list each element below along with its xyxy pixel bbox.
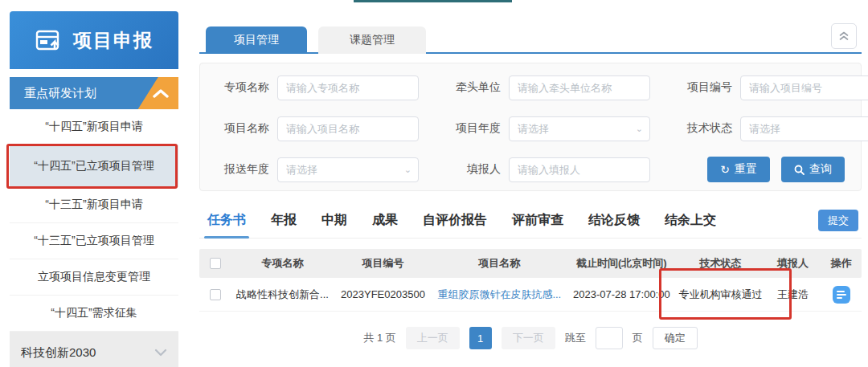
project-declare-icon xyxy=(35,27,63,53)
header-reporter: 填报人 xyxy=(764,256,821,271)
sidebar-section-key-rd-plan[interactable]: 重点研发计划 xyxy=(10,77,178,109)
subtab-mid-term[interactable]: 中期 xyxy=(321,203,347,239)
jump-to-label: 跳至 xyxy=(565,331,586,345)
query-button[interactable]: 查询 xyxy=(781,157,845,182)
field-label-project-year: 项目年度 xyxy=(440,121,501,136)
header-project-code: 项目编号 xyxy=(334,256,432,271)
chevron-down-icon xyxy=(154,349,167,357)
subtab-conclusion-feedback[interactable]: 结论反馈 xyxy=(588,203,640,239)
top-tabbar: 项目管理 课题管理 xyxy=(199,27,862,54)
sidebar-item-tech-innovation-2030[interactable]: 科技创新2030 xyxy=(10,332,178,367)
section-label: 重点研发计划 xyxy=(10,86,96,101)
submit-button[interactable]: 提交 xyxy=(818,210,858,231)
field-label-special-name: 专项名称 xyxy=(208,80,269,95)
collapse-button[interactable] xyxy=(831,23,857,49)
header-deadline: 截止时间(北京时间) xyxy=(567,256,677,271)
next-page-button[interactable]: 下一页 xyxy=(502,327,555,349)
header-project-name: 项目名称 xyxy=(432,256,567,271)
project-code-input[interactable] xyxy=(740,75,868,100)
field-label-tech-status: 技术状态 xyxy=(671,121,732,136)
tab-topic-management[interactable]: 课题管理 xyxy=(318,27,426,54)
page-unit-label: 页 xyxy=(633,331,643,345)
project-year-select[interactable] xyxy=(509,116,650,141)
main-content: 项目管理 课题管理 专项名称 牵头单位 项目编号 xyxy=(199,0,862,367)
app-title: 项目申报 xyxy=(73,28,154,53)
jump-page-input[interactable] xyxy=(596,327,623,349)
report-type-tabs: 任务书 年报 中期 成果 自评价报告 评前审查 结论反馈 结余上交 提交 xyxy=(199,203,862,239)
app-logo: 项目申报 xyxy=(10,11,178,69)
current-page-button[interactable]: 1 xyxy=(469,327,492,349)
sidebar-footer-label: 科技创新2030 xyxy=(21,345,96,361)
subtab-self-evaluation[interactable]: 自评价报告 xyxy=(423,203,487,239)
field-label-lead-unit: 牵头单位 xyxy=(440,80,501,95)
row-detail-icon[interactable] xyxy=(833,286,850,304)
field-label-report-year: 报送年度 xyxy=(208,162,269,177)
double-chevron-up-icon xyxy=(838,31,850,42)
field-label-project-name: 项目名称 xyxy=(208,121,269,136)
sidebar-item-14-5-approved-projects[interactable]: “十四五”已立项项目管理 xyxy=(10,145,178,187)
special-name-input[interactable] xyxy=(277,75,419,100)
project-name-input[interactable] xyxy=(277,116,419,141)
prev-page-button[interactable]: 上一页 xyxy=(406,327,460,349)
cell-reporter: 王建浩 xyxy=(764,287,821,302)
search-filter-card: 专项名称 牵头单位 项目编号 项目名称 项目年度 ⌄ xyxy=(199,63,862,191)
pagination: 共 1 页 上一页 1 下一页 跳至 页 确定 xyxy=(199,321,862,355)
subtab-results[interactable]: 成果 xyxy=(372,203,398,239)
projects-table: 专项名称 项目编号 项目名称 截止时间(北京时间) 技术状态 填报人 操作 战略… xyxy=(199,249,862,312)
table-row: 战略性科技创新合... 2023YFE0203500 重组胶原微针在皮肤抗感..… xyxy=(199,278,862,312)
sidebar-item-project-info-change[interactable]: 立项项目信息变更管理 xyxy=(10,259,178,296)
field-label-reporter: 填报人 xyxy=(440,162,501,177)
lead-unit-input[interactable] xyxy=(509,75,650,100)
reporter-input[interactable] xyxy=(509,157,650,182)
tab-project-management[interactable]: 项目管理 xyxy=(206,27,307,54)
search-icon xyxy=(794,165,805,175)
field-label-project-code: 项目编号 xyxy=(671,80,732,95)
header-operation: 操作 xyxy=(821,256,862,271)
subtab-pre-review[interactable]: 评前审查 xyxy=(512,203,563,239)
cell-project-name-link[interactable]: 重组胶原微针在皮肤抗感... xyxy=(432,287,567,302)
header-special-name: 专项名称 xyxy=(231,256,334,271)
confirm-jump-button[interactable]: 确定 xyxy=(653,327,698,349)
cell-project-code: 2023YFE0203500 xyxy=(334,288,432,300)
subtab-annual-report[interactable]: 年报 xyxy=(271,203,297,239)
sidebar-item-13-5-approved-projects[interactable]: “十三五”已立项项目管理 xyxy=(10,223,178,259)
sidebar-item-14-5-new-project[interactable]: “十四五”新项目申请 xyxy=(10,109,178,145)
sidebar-menu: “十四五”新项目申请 “十四五”已立项项目管理 “十三五”新项目申请 “十三五”… xyxy=(10,109,178,332)
select-all-checkbox[interactable] xyxy=(210,258,221,269)
cell-special-name: 战略性科技创新合... xyxy=(231,287,334,302)
reset-button[interactable]: ↻ 重置 xyxy=(707,157,770,182)
sidebar: 项目申报 重点研发计划 “十四五”新项目申请 “十四五”已立项项目管理 “十三五… xyxy=(10,11,178,367)
subtab-task-book[interactable]: 任务书 xyxy=(207,203,246,239)
row-checkbox[interactable] xyxy=(210,289,221,300)
total-pages-text: 共 1 页 xyxy=(363,331,395,345)
table-header-row: 专项名称 项目编号 项目名称 截止时间(北京时间) 技术状态 填报人 操作 xyxy=(199,249,862,278)
subtab-surplus-return[interactable]: 结余上交 xyxy=(665,203,716,239)
tech-status-select[interactable] xyxy=(740,116,868,141)
report-year-select[interactable] xyxy=(277,157,419,182)
cell-tech-status: 专业机构审核通过 xyxy=(677,287,765,302)
refresh-icon: ↻ xyxy=(720,163,730,176)
sidebar-item-13-5-new-project[interactable]: “十三五”新项目申请 xyxy=(10,187,178,223)
chevron-up-icon xyxy=(153,88,169,98)
sidebar-item-14-5-demand-collection[interactable]: “十四五”需求征集 xyxy=(10,296,178,332)
header-tech-status: 技术状态 xyxy=(677,256,765,271)
cell-deadline: 2023-07-28 17:00:00 xyxy=(567,288,677,300)
